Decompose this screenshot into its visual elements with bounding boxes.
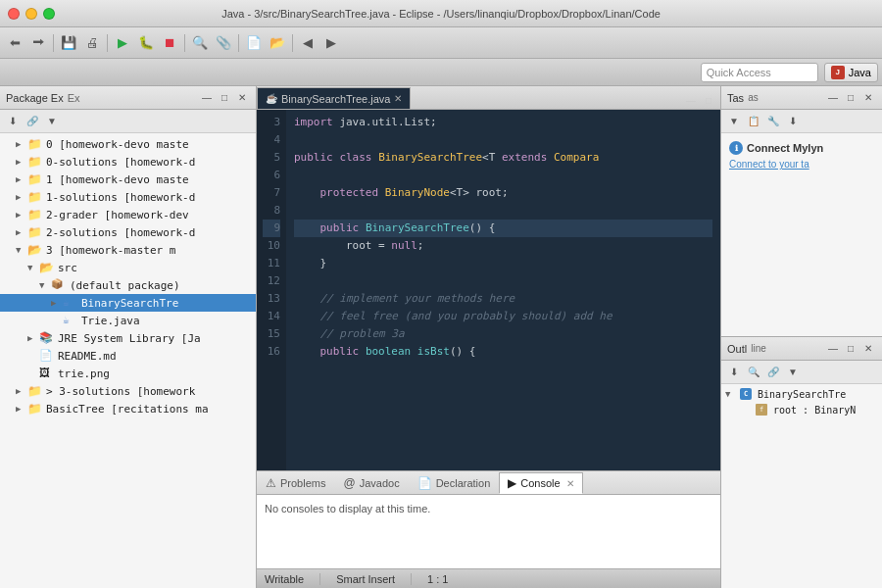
connect-mylyn-section: ℹ Connect Mylyn Connect to your ta: [721, 133, 882, 177]
close-button[interactable]: [8, 8, 20, 20]
quick-access-input[interactable]: Quick Access: [701, 63, 818, 82]
prev-edit-btn[interactable]: ◀: [297, 32, 318, 54]
tab-close-btn[interactable]: ✕: [394, 93, 402, 104]
open-btn[interactable]: 📂: [267, 32, 288, 54]
readme-icon: 📄: [39, 349, 55, 363]
tree-item-3-solutions[interactable]: ▶ 📁 > 3-solutions [homework: [0, 382, 256, 400]
outline-field-item[interactable]: f root : BinaryN: [725, 402, 878, 417]
console-tab[interactable]: ▶ Console ✕: [499, 472, 582, 494]
title-bar: Java - 3/src/BinarySearchTree.java - Ecl…: [0, 0, 882, 27]
java-perspective-btn[interactable]: J Java: [824, 63, 878, 82]
connect-link[interactable]: Connect to your ta: [729, 159, 809, 170]
ref-btn[interactable]: 📎: [213, 32, 234, 54]
view-menu-btn[interactable]: ▼: [43, 113, 61, 130]
run-btn[interactable]: ▶: [112, 32, 133, 54]
next-edit-btn[interactable]: ▶: [320, 32, 342, 54]
folder-icon: 📁: [27, 155, 43, 169]
close-task-btn[interactable]: ✕: [860, 91, 876, 105]
package-icon: 📦: [51, 278, 67, 292]
minimize-outline-btn[interactable]: —: [825, 342, 841, 356]
minimize-task-btn[interactable]: —: [825, 91, 841, 105]
declaration-tab-label: Declaration: [436, 477, 491, 489]
tree-item-jre[interactable]: ▶ 📚 JRE System Library [Ja: [0, 329, 256, 347]
outline-tree: ▼ C BinarySearchTre f root : BinaryN: [721, 384, 882, 588]
maximize-view-btn[interactable]: □: [217, 91, 232, 105]
expand-arrow: ▶: [16, 192, 27, 202]
console-content: No consoles to display at this time.: [257, 495, 720, 568]
collapse-all-btn[interactable]: ⬇: [4, 113, 22, 130]
stop-btn[interactable]: ⏹: [159, 32, 180, 54]
library-icon: 📚: [39, 331, 55, 345]
tree-item-basictree[interactable]: ▶ 📁 BasicTree [recitations ma: [0, 400, 256, 417]
tree-item-0[interactable]: ▶ 📁 0 [homework-devo maste: [0, 135, 256, 153]
tree-item-label: src: [58, 262, 77, 274]
left-panel: Package Ex Ex — □ ✕ ⬇ 🔗 ▼ ▶ 📁 0 [homewor…: [0, 86, 257, 588]
tree-item-1[interactable]: ▶ 📁 0-solutions [homework-d: [0, 153, 256, 171]
close-outline-btn[interactable]: ✕: [860, 342, 876, 356]
tree-item-label: JRE System Library [Ja: [58, 332, 201, 345]
code-area[interactable]: 3 4 5 6 7 8 9 10 11 12 13 14 15 16 impor…: [257, 110, 720, 470]
outline-sort-btn[interactable]: ⬇: [725, 364, 743, 381]
outline-filter-btn[interactable]: 🔍: [745, 364, 762, 381]
task-btn-2[interactable]: 📋: [745, 113, 762, 130]
package-explorer-toolbar: ⬇ 🔗 ▼: [0, 110, 256, 133]
tree-item-4[interactable]: ▶ 📁 2-grader [homework-dev: [0, 206, 256, 223]
problems-tab[interactable]: ⚠ Problems: [257, 472, 334, 494]
close-view-btn[interactable]: ✕: [234, 91, 250, 105]
outline-class-label: BinarySearchTre: [758, 389, 846, 400]
console-icon: ▶: [508, 476, 516, 490]
mylyn-icon: ℹ: [729, 141, 743, 155]
save-btn[interactable]: 💾: [58, 32, 79, 54]
tree-item-bst[interactable]: ▶ ☕ BinarySearchTre: [0, 294, 256, 312]
forward-btn[interactable]: ⮕: [27, 32, 49, 54]
tree-item-label: Trie.java: [81, 315, 140, 327]
declaration-icon: 📄: [417, 476, 432, 490]
link-editor-btn[interactable]: 🔗: [24, 113, 41, 130]
debug-btn[interactable]: 🐛: [135, 32, 157, 54]
expand-arrow: ▶: [16, 210, 27, 220]
tree-item-2[interactable]: ▶ 📁 1 [homework-devo maste: [0, 171, 256, 188]
bottom-panel: ⚠ Problems @ Javadoc 📄 Declaration ▶ Con…: [257, 470, 720, 568]
maximize-task-btn[interactable]: □: [843, 91, 858, 105]
outline-class-item[interactable]: ▼ C BinarySearchTre: [725, 386, 878, 402]
editor-tab-bst[interactable]: ☕ BinarySearchTree.java ✕: [257, 87, 411, 109]
java-icon: J: [831, 66, 845, 79]
connect-mylyn-title: ℹ Connect Mylyn: [729, 141, 874, 155]
new-btn[interactable]: 📄: [243, 32, 265, 54]
tree-item-default-pkg[interactable]: ▼ 📦 (default package): [0, 276, 256, 294]
declaration-tab[interactable]: 📄 Declaration: [409, 472, 500, 494]
tree-item-6[interactable]: ▼ 📂 3 [homework-master m: [0, 241, 256, 259]
tree-item-trie[interactable]: ☕ Trie.java: [0, 312, 256, 329]
java-tab-icon: ☕: [266, 93, 277, 104]
back-btn[interactable]: ⬅: [4, 32, 25, 54]
tree-item-trie-png[interactable]: 🖼 trie.png: [0, 365, 256, 382]
maximize-editor-btn[interactable]: □: [701, 93, 716, 107]
bottom-tab-bar: ⚠ Problems @ Javadoc 📄 Declaration ▶ Con…: [257, 471, 720, 495]
search-btn[interactable]: 🔍: [189, 32, 211, 54]
minimize-view-btn[interactable]: —: [199, 91, 215, 105]
outline-expand-arrow: ▼: [725, 389, 737, 399]
outline-menu-btn[interactable]: ▼: [784, 364, 802, 381]
console-tab-label: Console: [520, 477, 560, 489]
tree-item-label: README.md: [58, 350, 117, 363]
print-btn[interactable]: 🖨: [81, 32, 103, 54]
editor-controls: — □: [679, 91, 720, 109]
panel-header-controls: — □ ✕: [199, 91, 250, 105]
editor-panel: ☕ BinarySearchTree.java ✕ — □ 3 4 5 6 7 …: [257, 86, 720, 470]
tree-item-5[interactable]: ▶ 📁 2-solutions [homework-d: [0, 223, 256, 241]
minimize-button[interactable]: [25, 8, 37, 20]
maximize-button[interactable]: [43, 8, 55, 20]
writable-status: Writable: [265, 573, 304, 585]
task-btn-4[interactable]: ⬇: [784, 113, 802, 130]
maximize-outline-btn[interactable]: □: [843, 342, 858, 356]
code-content[interactable]: import java.util.List; public class Bina…: [286, 110, 720, 470]
minimize-editor-btn[interactable]: —: [683, 93, 699, 107]
console-close-icon[interactable]: ✕: [566, 478, 574, 489]
tree-item-src[interactable]: ▼ 📂 src: [0, 259, 256, 276]
task-btn-3[interactable]: 🔧: [764, 113, 782, 130]
tree-item-readme[interactable]: 📄 README.md: [0, 347, 256, 365]
tree-item-3[interactable]: ▶ 📁 1-solutions [homework-d: [0, 188, 256, 206]
outline-link-btn[interactable]: 🔗: [764, 364, 782, 381]
task-btn-1[interactable]: ▼: [725, 113, 743, 130]
javadoc-tab[interactable]: @ Javadoc: [334, 472, 408, 494]
